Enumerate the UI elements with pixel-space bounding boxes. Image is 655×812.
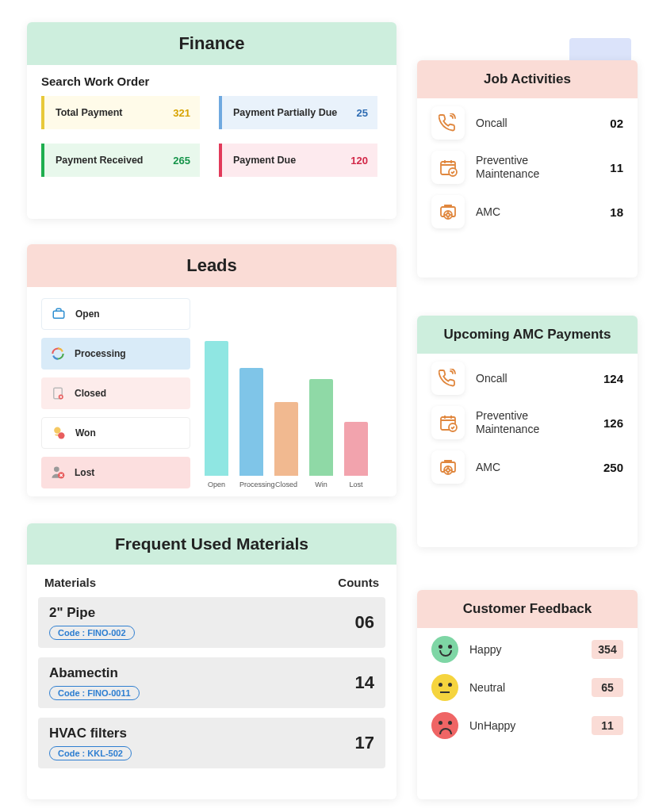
feedback-label: Neutral [469, 681, 580, 695]
feedback-card: Customer Feedback Happy354Neutral65UnHap… [417, 590, 638, 799]
activity-row[interactable]: Preventive Maintenance11 [431, 151, 623, 184]
activity-value: 126 [598, 416, 623, 430]
svg-point-5 [54, 467, 59, 473]
activity-value: 124 [598, 372, 623, 385]
material-code: Code : KKL-502 [49, 746, 132, 760]
feedback-value: 65 [592, 678, 623, 697]
tile-value: 265 [173, 155, 190, 167]
face-icon [431, 636, 458, 663]
lead-status-label: Processing [75, 348, 126, 359]
tile-payment-due[interactable]: Payment Due 120 [219, 144, 377, 177]
material-count: 17 [355, 733, 374, 753]
refresh-icon [49, 345, 67, 362]
activity-row[interactable]: AMC250 [431, 450, 623, 484]
materials-card: Frequent Used Materials Materials Counts… [27, 523, 396, 799]
activity-icon [431, 450, 465, 484]
activity-row[interactable]: Oncall124 [431, 362, 623, 395]
feedback-row[interactable]: Neutral65 [431, 674, 623, 701]
activity-row[interactable]: Oncall02 [431, 106, 623, 140]
svg-rect-0 [53, 311, 64, 318]
user-x-icon [49, 464, 67, 481]
material-code: Code : FINO-0011 [49, 686, 140, 700]
finance-title: Finance [27, 22, 396, 65]
activity-icon [431, 106, 465, 140]
tile-total-payment[interactable]: Total Payment 321 [41, 96, 200, 129]
chart-bar [344, 422, 368, 476]
col-materials: Materials [44, 576, 96, 589]
activity-row[interactable]: Preventive Maintenance126 [431, 406, 623, 439]
material-count: 14 [355, 672, 374, 693]
lead-status-open[interactable]: Open [41, 298, 190, 330]
feedback-label: UnHappy [469, 719, 580, 733]
tile-label: Payment Partially Due [233, 107, 337, 118]
material-row[interactable]: HVAC filtersCode : KKL-50217 [38, 718, 385, 768]
activity-label: Preventive Maintenance [476, 409, 587, 436]
tile-label: Total Payment [56, 107, 123, 118]
tile-label: Payment Received [56, 155, 143, 166]
chart-category-label: Lost [344, 481, 368, 488]
face-icon [431, 674, 458, 701]
chart-bar [205, 341, 228, 476]
activity-label: AMC [476, 461, 587, 474]
chart-category-label: Open [205, 481, 228, 488]
leads-chart: OpenProcessingClosedWinLost [205, 298, 382, 488]
clipboard-x-icon [49, 385, 67, 402]
tile-payment-partially-due[interactable]: Payment Partially Due 25 [219, 96, 377, 129]
briefcase-icon [50, 305, 67, 323]
material-count: 06 [355, 612, 374, 633]
chart-bar [309, 379, 333, 476]
activity-label: Preventive Maintenance [476, 154, 587, 181]
tile-value: 120 [350, 155, 368, 167]
feedback-value: 354 [592, 640, 623, 659]
job-activities-title: Job Activities [417, 60, 638, 98]
svg-point-4 [58, 432, 64, 439]
activity-label: Oncall [476, 117, 587, 130]
lead-status-won[interactable]: Won [41, 417, 190, 449]
lead-status-lost[interactable]: Lost [41, 457, 190, 488]
activity-icon [431, 362, 465, 395]
tile-payment-received[interactable]: Payment Received 265 [41, 144, 200, 177]
chart-bar [239, 368, 263, 476]
activity-value: 11 [598, 161, 623, 174]
lead-status-label: Closed [75, 388, 106, 399]
feedback-label: Happy [469, 643, 580, 657]
material-name: HVAC filters [49, 726, 132, 741]
materials-title: Frequent Used Materials [27, 523, 396, 565]
finance-subtitle: Search Work Order [27, 65, 396, 91]
activity-label: Oncall [476, 372, 587, 385]
finance-tiles: Total Payment 321 Payment Partially Due … [27, 91, 396, 191]
col-counts: Counts [338, 576, 379, 589]
leads-status-list: Open Processing Closed Won [41, 298, 190, 488]
material-name: Abamectin [49, 665, 140, 681]
lead-status-closed[interactable]: Closed [41, 377, 190, 409]
lead-status-label: Open [75, 308, 100, 320]
tile-value: 321 [173, 107, 190, 119]
material-code: Code : FINO-002 [49, 626, 135, 640]
tile-value: 25 [357, 107, 368, 119]
tile-label: Payment Due [233, 155, 296, 166]
trophy-icon [50, 424, 67, 442]
material-row[interactable]: 2" PipeCode : FINO-00206 [38, 597, 385, 648]
leads-title: Leads [27, 244, 396, 287]
feedback-value: 11 [592, 716, 623, 735]
job-activities-card: Job Activities Oncall02Preventive Mainte… [417, 60, 638, 278]
finance-card: Finance Search Work Order Total Payment … [27, 22, 396, 219]
lead-status-label: Lost [75, 467, 94, 478]
chart-category-label: Closed [274, 481, 298, 488]
lead-status-processing[interactable]: Processing [41, 338, 190, 370]
feedback-title: Customer Feedback [417, 590, 638, 628]
chart-bar [274, 402, 298, 477]
activity-icon [431, 195, 465, 228]
svg-point-3 [54, 427, 60, 434]
amc-payments-title: Upcoming AMC Payments [417, 316, 638, 354]
chart-category-label: Win [309, 481, 333, 488]
material-row[interactable]: AbamectinCode : FINO-001114 [38, 657, 385, 708]
feedback-row[interactable]: UnHappy11 [431, 712, 623, 739]
activity-row[interactable]: AMC18 [431, 195, 623, 228]
activity-icon [431, 406, 465, 439]
face-icon [431, 712, 458, 739]
activity-value: 18 [598, 205, 623, 219]
activity-value: 250 [598, 461, 623, 474]
materials-columns: Materials Counts [27, 565, 396, 597]
feedback-row[interactable]: Happy354 [431, 636, 623, 663]
